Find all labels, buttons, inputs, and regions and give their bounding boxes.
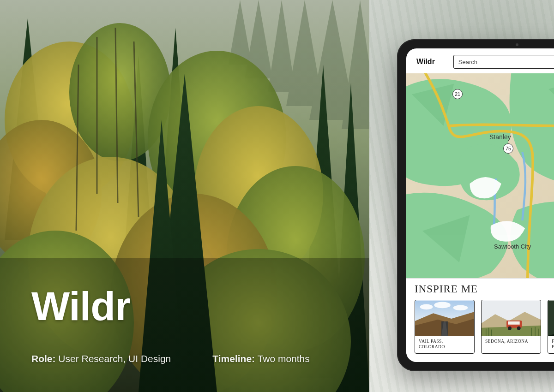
route-shield-21: 21 [452,89,463,99]
svg-rect-56 [548,301,554,336]
inspire-card[interactable]: VAIL PASS, COLORADO [415,300,475,354]
svg-point-48 [508,327,512,330]
inspire-card-row: VAIL PASS, COLORADO [415,300,554,354]
map-view[interactable]: 21 75 Stanley Sawtooth City [406,73,554,278]
role-value: User Research, UI Design [58,353,171,364]
inspire-thumb [415,300,474,336]
inspire-panel: INSPIRE ME [406,278,554,362]
tablet-screen: Wildr Search [406,48,554,362]
inspire-thumb [548,300,554,336]
map-label-sawtooth: Sawtooth City [494,243,531,250]
inspire-thumb [482,300,541,336]
inspire-caption: VAIL PASS, COLORADO [415,336,474,353]
inspire-caption: SEDONA, ARIZONA [482,336,541,348]
svg-point-36 [420,304,433,310]
map-label-stanley: Stanley [489,133,511,141]
inspire-card[interactable]: SEDONA, ARIZONA [481,300,541,354]
route-shield-75-label: 75 [506,146,511,151]
app-header: Wildr Search [406,48,554,73]
meta-row: Role: User Research, UI Design Timeline:… [31,353,310,364]
timeline-label: Timeline: [212,353,255,364]
timeline-value: Two months [258,353,310,364]
inspire-card[interactable]: FLATHEAD NATIONAL FOREST [548,300,554,354]
timeline-field: Timeline: Two months [212,353,310,364]
forest-photo: Wildr Role: User Research, UI Design Tim… [0,0,369,392]
route-shield-75: 75 [503,143,513,154]
case-study-hero: Wildr Role: User Research, UI Design Tim… [0,0,554,392]
app-brand: Wildr [416,58,435,66]
project-title: Wildr [31,286,310,327]
role-field: Role: User Research, UI Design [31,353,171,364]
svg-point-49 [517,327,521,330]
svg-rect-47 [508,321,520,325]
route-shield-21-label: 21 [455,91,460,97]
svg-point-38 [453,305,468,311]
inspire-caption: FLATHEAD NATIONAL FOREST [548,336,554,353]
search-placeholder: Search [458,59,477,65]
role-label: Role: [31,353,56,364]
svg-point-37 [434,302,450,309]
hero-text-block: Wildr Role: User Research, UI Design Tim… [31,286,310,364]
inspire-heading: INSPIRE ME [415,283,554,295]
search-input[interactable]: Search [453,55,554,69]
tablet-device-frame: Wildr Search [397,39,554,371]
